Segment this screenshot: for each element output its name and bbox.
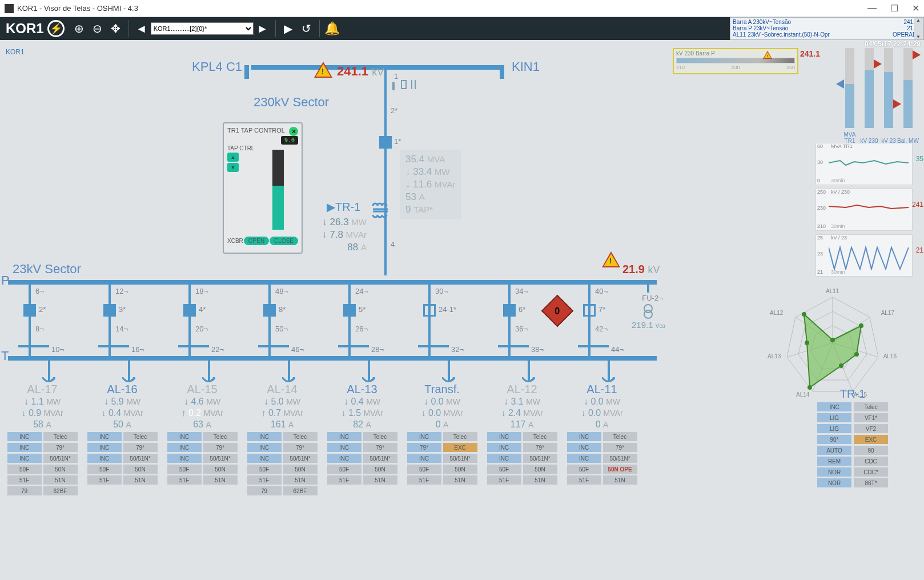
feeder-name: AL-17 [0,383,88,396]
prev-screen-button[interactable]: ◄ [134,21,150,37]
close-button[interactable]: ✕ [912,3,919,14]
tap-digital-value: 9.0 [281,136,298,145]
tr1-secondary-meas: ↓ 26.3 MW ↓ 7.8 MVAr 88 A [315,216,367,254]
tr1-tag[interactable]: Telec [854,402,888,411]
tap-up-button[interactable]: ▲ [227,153,239,162]
svg-point-13 [830,338,835,342]
next-screen-button[interactable]: ► [255,21,271,37]
tr1-tag[interactable]: NOR [817,478,851,487]
alarm-diamond-icon[interactable]: 0 [541,295,574,327]
feeder-AL-13: AL-13 ↓ 0.4 MW ↓ 1.5 MVAr 82 A INCTelec … [316,383,408,485]
node-kpl4: KPL4 C1 [192,59,242,74]
kv-gauge: kV 230 Barra P 210230250 ! 241.1 [673,48,798,74]
trend-mva-tr1: 60 30 0 MVA TR1 35.4 30min [815,143,913,185]
feeder-Transf.: Transf. ↓ 0.0 MW ↓ 0.0 MVAr 0 A INCTelec… [396,383,488,485]
tr1-tag[interactable]: EXC [854,435,888,444]
tr1-primary-meas: 35.4 MVA ↓ 33.4 MW ↓ 11.6 MVAr 53 A 9 TA… [400,150,461,219]
bar-kv-23: kV 23 [884,48,893,128]
tr1-label: ▶TR-1 [327,200,360,214]
bus-23kv-P [8,280,657,285]
feeder-name: AL-12 [476,383,568,396]
bar-indicator-group: MVA TR1 kV 230 kV 23 Bal. MW [845,48,913,128]
svg-point-1 [644,310,652,318]
feeder-AL-14: AL-14 ↓ 5.0 MW ↑ 0.7 MVAr 161 A INCTelec… [236,383,328,495]
tr1-tag[interactable]: INC [817,402,851,411]
alarm-bell-icon[interactable]: 🔔 [324,21,340,37]
fuse-pt: FU-2¬ 219.1 Vca [632,283,665,330]
tr1-tag[interactable]: VF1* [854,413,888,422]
screen-select[interactable]: KOR1...........[2]{0}* [151,22,254,35]
tr1-status-panel: TR-1 INC Telec LIG VF1* LIG VF2 90* EXC … [810,387,895,489]
tr1-tag[interactable]: 90* [817,435,851,444]
tap-panel-close-button[interactable]: ✕ [289,127,298,136]
breaker-feeder-5[interactable] [423,304,436,317]
lightning-icon: ⚡ [47,20,65,37]
breaker-feeder-2[interactable] [183,304,196,317]
bar-kv-230: kV 230 [865,48,874,128]
tr1-tag[interactable]: AUTO [817,446,851,455]
bus-23kv-T [8,356,657,361]
tap-bargraph [272,150,284,230]
disconnector-icon[interactable] [392,82,395,90]
xcbr-open-button[interactable]: OPEN [244,237,269,245]
feeder-name: AL-11 [556,383,648,396]
breaker-1[interactable] [379,136,392,149]
bus-23-kv-value: 21.9 kV [622,263,660,276]
logo: KOR1 ⚡ [6,20,65,37]
feeder-AL-11: AL-11 ↓ 0.0 MW ↓ 0.0 MVAr 0 A INCTelec I… [556,383,648,485]
bar-mva-tr1: MVA TR1 [845,48,854,128]
tr1-tag[interactable]: CDC [854,457,888,466]
bar-bal-mw: Bal. MW [903,48,913,128]
breaker-feeder-6[interactable] [503,304,516,317]
app-icon [5,4,14,13]
tr1-tag[interactable]: VF2 [854,424,888,433]
history-button[interactable]: ↺ [299,21,315,37]
breaker-feeder-0[interactable] [23,304,36,317]
feeder-name: AL-16 [77,383,168,396]
breaker-feeder-3[interactable] [263,304,276,317]
feeder-AL-12: AL-12 ↓ 3.1 MW ↓ 2.4 MVAr 117 A INCTelec… [476,383,568,485]
zoom-out-button[interactable]: ⊖ [90,21,106,37]
warning-icon: ! [602,251,620,267]
substation-id: KOR1 [6,48,25,56]
window-title: KOR1 - Visor de Telas - OSHMI - 4.3 [17,4,138,13]
radar-chart: AL11 AL17 AL16 AL15 AL14 AL13 AL12 [776,286,890,400]
event-log-panel[interactable]: Barra A 230kV~Tensão241.11 Barra P 23kV~… [730,17,924,40]
capacitor-icon [401,80,407,89]
trend-kv-23: 25 23 21 kV / 23 21.9 30min [815,234,913,277]
capacitor-icon [411,80,416,89]
warning-icon: ! [314,62,332,78]
event-scrollbar[interactable] [914,18,923,39]
maximize-button[interactable]: ☐ [890,3,898,14]
trend-kv-230: 250 230 210 kV / 230 241.1 30min [815,189,913,231]
pan-button[interactable]: ✥ [108,21,124,37]
tr1-tag[interactable]: NOR [817,467,851,477]
sector-23-label: 23kV Sector [13,262,81,277]
tap-down-button[interactable]: ▼ [227,163,239,172]
feeder-name: AL-13 [316,383,408,396]
tr1-tag[interactable]: 90 [854,446,888,455]
transformer-icon [370,201,393,222]
breaker-feeder-1[interactable] [103,304,116,317]
tr1-tag[interactable]: 86T* [854,478,888,487]
tr1-tag[interactable]: LIG [817,413,851,422]
tap-panel-title: TR1 TAP CONTROL [227,127,285,136]
breaker-feeder-4[interactable] [343,304,356,317]
window-controls: — ☐ ✕ [867,3,919,14]
xcbr-close-button[interactable]: CLOSE [270,237,298,245]
datetime-display: 04/05/17 22:24:29 [865,40,921,48]
feeder-AL-17: AL-17 ↓ 1.1 MW ↓ 0.9 MVAr 58 A INCTelec … [0,383,88,495]
zoom-in-button[interactable]: ⊕ [71,21,87,37]
feeder-name: AL-14 [236,383,328,396]
feeder-name: AL-15 [156,383,248,396]
node-kin1: KIN1 [512,59,540,74]
tr1-tag[interactable]: REM [817,457,851,466]
breaker-feeder-7[interactable] [583,304,596,317]
minimize-button[interactable]: — [867,3,877,14]
play-button[interactable]: ▶ [280,21,296,37]
tr1-tag[interactable]: LIG [817,424,851,433]
feeder-AL-16: AL-16 ↓ 5.9 MW ↓ 0.4 MVAr 50 A INCTelec … [77,383,168,485]
tr1-tag[interactable]: CDC* [854,467,888,477]
bus-230-kv-value: 241.1 kV [337,64,384,79]
svg-point-19 [802,312,806,317]
